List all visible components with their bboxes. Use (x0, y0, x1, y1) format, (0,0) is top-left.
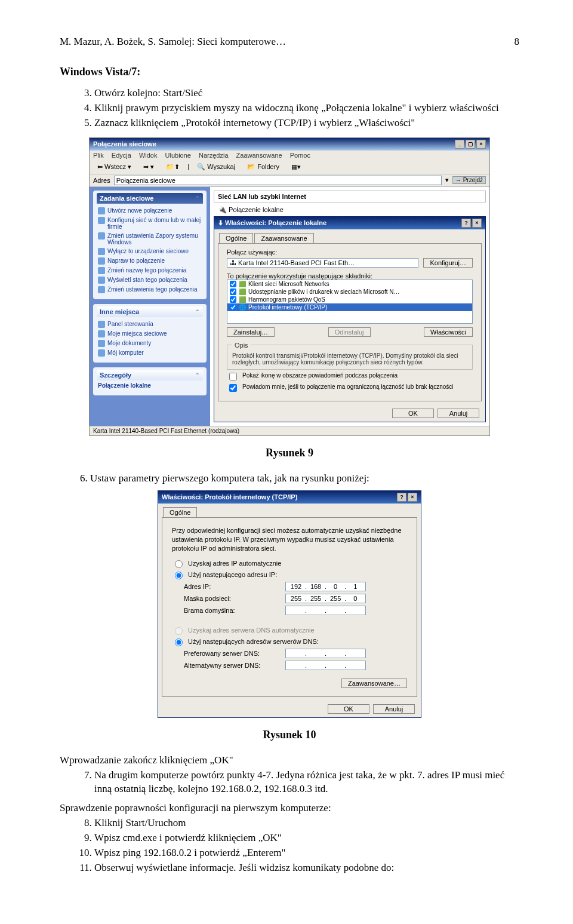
help-button[interactable]: ? (397, 493, 406, 502)
place-item[interactable]: Mój komputer (97, 348, 203, 358)
tab-general[interactable]: Ogólne (219, 233, 253, 243)
connection-item[interactable]: 🔌 Połączenie lokalne (214, 206, 486, 214)
collapse-icon[interactable]: ⌃ (195, 372, 200, 378)
task-item[interactable]: Zmień nazwę tego połączenia (97, 266, 203, 275)
collapse-icon[interactable]: ⌃ (195, 309, 200, 315)
step-9: Wpisz cmd.exe i potwierdź kliknięciem „O… (94, 831, 519, 845)
page-header: M. Mazur, A. Bożek, S. Samolej: Sieci ko… (60, 36, 519, 48)
dns1-field[interactable]: ... (285, 649, 366, 658)
help-button[interactable]: ? (461, 219, 471, 228)
list-item-selected[interactable]: 🌐 Protokół internetowy (TCP/IP) (227, 303, 472, 311)
steps-list-3: Kliknij Start/Uruchom Wpisz cmd.exe i po… (60, 816, 519, 875)
address-input[interactable] (114, 176, 442, 185)
desc-title: Opis (232, 342, 251, 349)
step-7: Na drugim komputerze powtórz punkty 4-7.… (94, 769, 519, 796)
collapse-icon[interactable]: ⌃ (195, 195, 200, 201)
steps-list-2: Na drugim komputerze powtórz punkty 4-7.… (60, 769, 519, 796)
screenshot-tcpip-properties: Właściwości: Protokół internetowy (TCP/I… (158, 490, 421, 719)
connect-using-label: Połącz używając: (227, 248, 473, 256)
close-button[interactable]: × (408, 493, 417, 502)
menu-adv[interactable]: Zaawansowane (236, 152, 282, 159)
radio-auto-ip[interactable] (175, 560, 183, 568)
page-number: 8 (515, 36, 520, 48)
gateway-field[interactable]: ... (285, 606, 366, 615)
ok-button[interactable]: OK (392, 409, 434, 418)
properties-button[interactable]: Właściwości (424, 327, 473, 337)
place-item[interactable]: Moje dokumenty (97, 339, 203, 348)
dns2-label: Alternatywny serwer DNS: (184, 662, 285, 669)
advanced-button[interactable]: Zaawansowane… (341, 679, 407, 688)
group-lan: Sieć LAN lub szybki Internet (214, 191, 486, 202)
checkbox[interactable] (230, 296, 236, 303)
details-panel-title: Szczegóły (100, 372, 131, 379)
menubar: Plik Edycja Widok Ulubione Narzędzia Zaa… (90, 151, 489, 160)
views-button[interactable]: ▦▾ (287, 162, 305, 172)
place-item[interactable]: Panel sterowania (97, 320, 203, 329)
forward-button[interactable]: ➡ ▾ (139, 162, 158, 172)
maximize-button[interactable]: ▢ (466, 140, 475, 149)
checkbox[interactable] (230, 281, 236, 287)
cancel-button[interactable]: Anuluj (438, 409, 479, 418)
radio-manual-ip[interactable] (175, 572, 183, 579)
task-item[interactable]: Wyłącz to urządzenie sieciowe (97, 247, 203, 256)
ip-field[interactable]: 192.168.0.1 (285, 582, 366, 591)
task-item[interactable]: Konfiguruj sieć w domu lub w małej firmi… (97, 216, 203, 231)
tab-general[interactable]: Ogólne (163, 507, 197, 517)
step-5: Zaznacz kliknięciem „Protokół internetow… (94, 116, 519, 130)
verification-heading: Sprawdzenie poprawności konfiguracji na … (60, 802, 519, 814)
components-label: To połączenie wykorzystuje następujące s… (227, 272, 473, 280)
menu-fav[interactable]: Ulubione (165, 152, 191, 159)
dialog-title: ⬇ Właściwości: Połączenie lokalne (218, 219, 326, 227)
details-text: Połączenie lokalne (97, 380, 203, 391)
menu-edit[interactable]: Edycja (112, 152, 131, 159)
task-item[interactable]: Wyświetl stan tego połączenia (97, 275, 203, 285)
go-button[interactable]: → Przejdź (452, 176, 486, 184)
show-icon-checkbox[interactable] (229, 373, 237, 380)
close-button[interactable]: × (472, 219, 482, 228)
toolbar: ⬅ Wstecz ▾ ➡ ▾ 📁⬆ | 🔍 Wyszukaj 📂 Foldery… (90, 160, 489, 174)
minimize-button[interactable]: _ (455, 140, 464, 149)
tasks-panel: Zadania sieciowe⌃ Utwórz nowe połączenie… (93, 191, 207, 299)
folders-button[interactable]: 📂 Foldery (243, 162, 284, 172)
mask-field[interactable]: 255.255.255.0 (285, 594, 366, 603)
radio-auto-ip-label: Uzyskaj adres IP automatycznie (188, 560, 281, 567)
radio-manual-ip-label: Użyj następującego adresu IP: (188, 571, 277, 578)
menu-tools[interactable]: Narzędzia (199, 152, 229, 159)
list-item[interactable]: 🟩 Harmonogram pakietów QoS (227, 296, 472, 303)
notify-checkbox[interactable] (229, 384, 237, 392)
window-titlebar: Połączenia sieciowe _ ▢ × (90, 138, 489, 151)
search-button[interactable]: 🔍 Wyszukaj (193, 162, 239, 172)
group-title: Sieć LAN lub szybki Internet (214, 191, 485, 202)
statusbar: Karta Intel 21140-Based PCI Fast Etherne… (90, 426, 489, 435)
tasks-panel-title: Zadania sieciowe (100, 195, 153, 202)
ok-button[interactable]: OK (328, 704, 369, 714)
task-item[interactable]: Zmień ustawienia tego połączenia (97, 285, 203, 294)
components-list[interactable]: 🟩 Klient sieci Microsoft Networks 🟩 Udos… (227, 280, 473, 324)
checkbox[interactable] (230, 288, 236, 295)
cancel-button[interactable]: Anuluj (373, 704, 415, 714)
task-item[interactable]: Zmień ustawienia Zapory systemu Windows (97, 231, 203, 247)
list-item[interactable]: 🟩 Klient sieci Microsoft Networks (227, 280, 472, 288)
close-button[interactable]: × (476, 140, 486, 149)
radio-auto-dns (175, 627, 183, 635)
configure-button[interactable]: Konfiguruj… (423, 258, 473, 268)
menu-file[interactable]: Plik (93, 152, 104, 159)
back-button[interactable]: ⬅ Wstecz ▾ (93, 162, 135, 172)
tab-advanced[interactable]: Zaawansowane (254, 233, 313, 243)
menu-view[interactable]: Widok (139, 152, 158, 159)
task-item[interactable]: Utwórz nowe połączenie (97, 206, 203, 216)
step-11: Obserwuj wyświetlane informacje. Jeśli w… (94, 861, 519, 875)
os-heading: Windows Vista/7: (60, 66, 140, 78)
checkbox[interactable] (230, 304, 236, 311)
adapter-combo[interactable]: 🖧 Karta Intel 21140-Based PCI Fast Eth… (227, 258, 418, 268)
task-item[interactable]: Napraw to połączenie (97, 256, 203, 266)
radio-manual-dns[interactable] (175, 638, 183, 646)
step-10: Wpisz ping 192.168.0.2 i potwierdź „Ente… (94, 846, 519, 860)
install-button[interactable]: Zainstaluj… (227, 327, 275, 337)
list-item[interactable]: 🟩 Udostępnianie plików i drukarek w siec… (227, 288, 472, 296)
menu-help[interactable]: Pomoc (290, 152, 310, 159)
dns2-field[interactable]: ... (285, 661, 366, 670)
place-item[interactable]: Moje miejsca sieciowe (97, 329, 203, 339)
dialog-title: Właściwości: Protokół internetowy (TCP/I… (162, 493, 297, 501)
up-button[interactable]: 📁⬆ (162, 162, 184, 172)
